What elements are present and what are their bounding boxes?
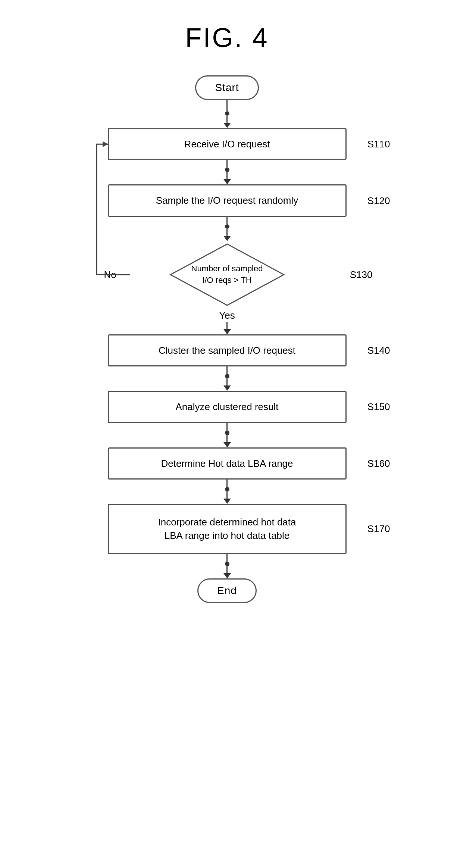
start-node: Start xyxy=(78,75,376,100)
dot xyxy=(225,562,229,566)
step-s120: Sample the I/O request randomly S120 xyxy=(78,184,376,216)
end-label: End xyxy=(197,578,257,603)
no-line-horizontal xyxy=(104,274,130,275)
step-s130: No Number of sampledI/O reqs > TH S130 xyxy=(78,241,376,308)
line xyxy=(226,172,228,179)
connector-2 xyxy=(223,160,231,184)
s170-text: Incorporate determined hot dataLBA range… xyxy=(158,516,296,541)
arrow xyxy=(223,179,231,184)
dot xyxy=(225,111,229,116)
step-s170: Incorporate determined hot dataLBA range… xyxy=(78,504,376,554)
dot xyxy=(225,374,229,378)
line xyxy=(226,322,228,330)
connector-4 xyxy=(223,322,231,334)
line xyxy=(226,217,228,224)
s110-text: Receive I/O request xyxy=(184,138,270,150)
arrow xyxy=(223,385,231,391)
step-s140: Cluster the sampled I/O request S140 xyxy=(78,334,376,366)
line xyxy=(226,566,228,574)
step-s150: Analyze clustered result S150 xyxy=(78,391,376,423)
line xyxy=(226,435,228,443)
connector-5 xyxy=(223,366,231,391)
s170-label: S170 xyxy=(367,522,390,536)
s170-box: Incorporate determined hot dataLBA range… xyxy=(108,504,347,554)
connector-6 xyxy=(223,423,231,447)
s160-label: S160 xyxy=(367,457,390,470)
connector-1 xyxy=(223,100,231,128)
step-s110: Receive I/O request S110 xyxy=(78,128,376,160)
line xyxy=(226,423,228,431)
line xyxy=(226,480,228,487)
arrow xyxy=(223,329,231,334)
flowchart: Start Receive I/O request S110 Sample th… xyxy=(78,75,376,603)
arrow xyxy=(223,499,231,504)
s140-label: S140 xyxy=(367,344,390,357)
yes-label: Yes xyxy=(219,310,235,321)
connector-7 xyxy=(223,480,231,504)
line xyxy=(226,366,228,374)
line xyxy=(226,491,228,499)
start-label: Start xyxy=(195,75,259,100)
end-node: End xyxy=(78,578,376,603)
s160-box: Determine Hot data LBA range S160 xyxy=(108,447,347,480)
s110-label: S110 xyxy=(367,137,390,151)
arrow xyxy=(223,236,231,241)
dot xyxy=(225,224,229,229)
s150-label: S150 xyxy=(367,400,390,413)
s150-box: Analyze clustered result S150 xyxy=(108,391,347,423)
s140-text: Cluster the sampled I/O request xyxy=(159,345,295,356)
line xyxy=(226,378,228,386)
connector-8 xyxy=(223,554,231,578)
s120-label: S120 xyxy=(367,194,390,207)
line xyxy=(226,116,228,123)
dot xyxy=(225,487,229,491)
s160-text: Determine Hot data LBA range xyxy=(161,458,293,469)
arrow xyxy=(223,123,231,128)
s150-text: Analyze clustered result xyxy=(175,401,278,412)
arrow xyxy=(223,573,231,578)
s120-text: Sample the I/O request randomly xyxy=(156,195,298,206)
arrow xyxy=(223,442,231,447)
line xyxy=(226,554,228,562)
dot xyxy=(225,168,229,172)
connector-3 xyxy=(223,217,231,241)
s140-box: Cluster the sampled I/O request S140 xyxy=(108,334,347,366)
line xyxy=(226,160,228,168)
line xyxy=(226,100,228,111)
step-s160: Determine Hot data LBA range S160 xyxy=(78,447,376,480)
s130-diamond: Number of sampledI/O reqs > TH xyxy=(167,241,287,308)
dot xyxy=(225,431,229,435)
line xyxy=(226,229,228,236)
page-title: FIG. 4 xyxy=(185,22,269,53)
s130-text: Number of sampledI/O reqs > TH xyxy=(191,263,263,286)
s130-label: S130 xyxy=(350,269,373,280)
s120-box: Sample the I/O request randomly S120 xyxy=(108,184,347,216)
s110-box: Receive I/O request S110 xyxy=(108,128,347,160)
